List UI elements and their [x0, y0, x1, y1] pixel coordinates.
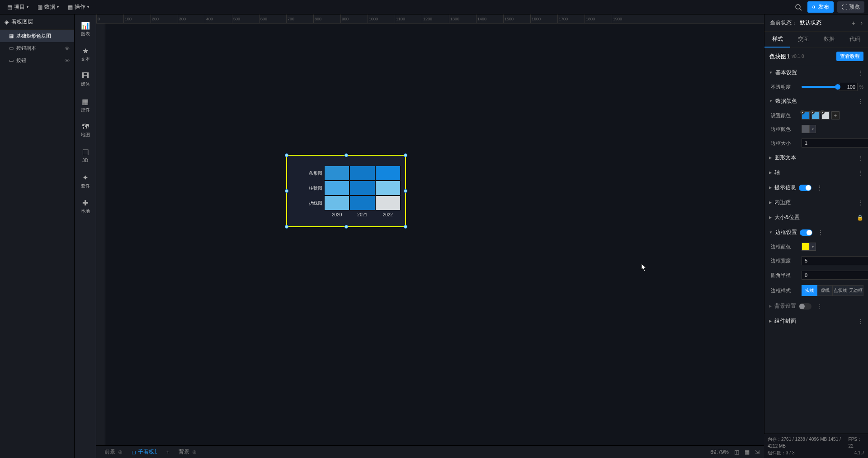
border-style-option[interactable]: 无边框 [848, 285, 863, 296]
section-padding[interactable]: ▶内边距⋮ [764, 195, 868, 210]
border-toggle[interactable] [800, 229, 812, 236]
bd-color-picker[interactable]: ▾ [802, 125, 816, 133]
add-icon[interactable]: ⊕ [118, 449, 123, 455]
section-graph-text[interactable]: ▶图形文本⋮ [764, 150, 868, 165]
section-tooltip[interactable]: ▶提示信息⋮ [764, 180, 868, 195]
component-category[interactable]: ★文本 [76, 43, 94, 65]
section-basic[interactable]: ▼基本设置⋮ [764, 65, 868, 80]
category-icon: 📊 [81, 21, 90, 30]
color-swatch[interactable]: × [802, 111, 810, 119]
border-style-option[interactable]: 实线 [802, 285, 817, 296]
border-color-picker[interactable]: ▾ [802, 243, 816, 251]
bg-toggle[interactable] [799, 303, 811, 310]
layer-item[interactable]: ▭按钮副本👁 [0, 42, 74, 54]
more-icon[interactable]: ⋮ [858, 155, 863, 161]
opacity-slider[interactable] [802, 86, 838, 88]
section-data-color[interactable]: ▼数据颜色⋮ [764, 94, 868, 109]
canvas-footer: 前景⊕◻子看板1+背景⊕ 69.79% ◫ ▦ ⇲ [96, 445, 764, 458]
resize-handle-rm[interactable] [404, 189, 407, 193]
more-icon[interactable]: ⋮ [858, 170, 863, 176]
menu-project[interactable]: ▤项目 ▾ [4, 1, 32, 13]
delete-swatch-icon[interactable]: × [810, 110, 815, 114]
category-icon: ▦ [82, 97, 89, 106]
footer-tab[interactable]: 前景⊕ [101, 447, 126, 457]
search-icon[interactable] [794, 3, 803, 12]
component-category[interactable]: ❒3D [76, 145, 94, 167]
tooltip-toggle[interactable] [799, 185, 811, 191]
more-icon[interactable]: ⋮ [858, 98, 863, 105]
border-width-input[interactable] [802, 256, 868, 265]
resize-handle-lm[interactable] [285, 189, 288, 193]
property-tab[interactable]: 代码 [842, 32, 868, 48]
heatmap-cell [324, 166, 349, 181]
bd-size-input[interactable] [802, 138, 868, 148]
fit-icon[interactable]: ◫ [734, 449, 739, 455]
component-category[interactable]: 🗺地图 [76, 119, 94, 141]
section-cover[interactable]: ▶组件封面⋮ [764, 314, 868, 329]
opacity-input[interactable] [840, 83, 858, 91]
footer-tab[interactable]: ◻子看板1 [128, 447, 161, 457]
component-category[interactable]: 🎞媒体 [76, 69, 94, 91]
resize-handle-tm[interactable] [344, 153, 348, 157]
color-swatch[interactable]: × [811, 111, 820, 119]
delete-swatch-icon[interactable]: × [820, 110, 825, 114]
more-icon[interactable]: ⋮ [858, 70, 863, 76]
opacity-label: 不透明度 [771, 84, 798, 91]
resize-handle-tr[interactable] [404, 153, 407, 157]
footer-tab[interactable]: 背景⊕ [175, 447, 200, 457]
add-state-button[interactable]: + [852, 19, 855, 27]
canvas-viewport[interactable]: 条形图柱状图折线图202020212022 [105, 24, 764, 445]
component-category[interactable]: ✦套件 [76, 170, 94, 192]
lock-icon[interactable]: 🔒 [857, 215, 863, 221]
tutorial-button[interactable]: 查看教程 [836, 52, 863, 61]
grid-toggle-icon[interactable]: ▦ [745, 449, 750, 455]
publish-button[interactable]: ✈发布 [807, 1, 834, 13]
resize-handle-tl[interactable] [285, 153, 288, 157]
state-value[interactable]: 默认状态 [800, 19, 821, 27]
component-category[interactable]: ▦控件 [76, 94, 94, 116]
more-icon[interactable]: ⋮ [817, 185, 822, 191]
resize-handle-br[interactable] [404, 225, 407, 229]
layer-item[interactable]: ▭按钮👁 [0, 54, 74, 67]
section-border[interactable]: ▼边框设置⋮ [764, 225, 868, 240]
border-style-option[interactable]: 点状线 [833, 285, 848, 296]
visibility-icon[interactable]: 👁 [65, 58, 70, 63]
color-swatch[interactable]: × [821, 111, 830, 119]
add-tab-button[interactable]: + [163, 448, 173, 456]
expand-icon: ⛶ [842, 4, 847, 10]
grid-icon: ▦ [68, 4, 73, 10]
component-category[interactable]: ✚本地 [76, 196, 94, 217]
more-icon[interactable]: › [861, 20, 863, 26]
ruler-horizontal: 0100200300400500600700800900100011001200… [96, 14, 764, 24]
heatmap-cell [375, 166, 401, 181]
layer-item[interactable]: ▦基础矩形色块图 [0, 30, 74, 42]
property-tab[interactable]: 样式 [764, 32, 790, 48]
border-style-option[interactable]: 虚线 [817, 285, 833, 296]
more-icon[interactable]: ⋮ [817, 303, 822, 310]
selected-component[interactable]: 条形图柱状图折线图202020212022 [286, 155, 406, 227]
component-category[interactable]: 📊图表 [76, 18, 94, 40]
resize-handle-bl[interactable] [285, 225, 288, 229]
menu-data[interactable]: ▥数据 ▾ [34, 1, 62, 13]
menu-action[interactable]: ▦操作 ▾ [64, 1, 93, 13]
zoom-display[interactable]: 69.79% [710, 449, 729, 455]
more-icon[interactable]: ⋮ [858, 318, 863, 324]
heatmap-cell [375, 196, 401, 210]
category-label: 3D [82, 158, 88, 163]
section-size-pos[interactable]: ▶大小&位置🔒 [764, 210, 868, 225]
section-axis[interactable]: ▶轴⋮ [764, 165, 868, 180]
delete-swatch-icon[interactable]: × [800, 110, 805, 114]
preview-button[interactable]: ⛶预览 [837, 1, 864, 13]
arrows-icon[interactable]: ⇲ [755, 449, 760, 455]
more-icon[interactable]: ⋮ [818, 229, 823, 236]
more-icon[interactable]: ⋮ [858, 200, 863, 206]
add-swatch-button[interactable]: + [831, 111, 840, 119]
section-bg[interactable]: ▶背景设置⋮ [764, 299, 868, 314]
visibility-icon[interactable]: 👁 [65, 46, 70, 51]
border-radius-input[interactable] [802, 271, 868, 280]
add-icon[interactable]: ⊕ [192, 449, 197, 455]
property-tab[interactable]: 数据 [816, 32, 842, 48]
prop-bd-color: 边框颜色 ▾ [764, 122, 868, 136]
property-tab[interactable]: 交互 [790, 32, 816, 48]
resize-handle-bm[interactable] [344, 225, 348, 229]
